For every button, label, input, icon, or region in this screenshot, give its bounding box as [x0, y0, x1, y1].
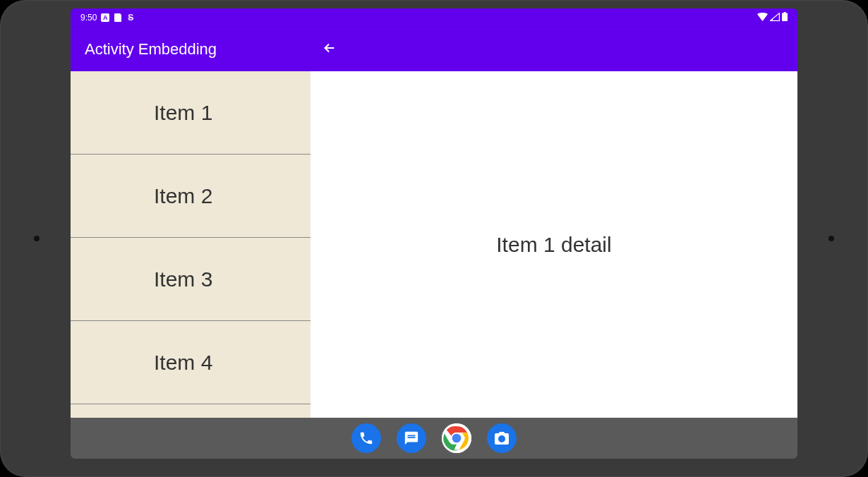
app-title: Activity Embedding — [71, 40, 311, 59]
camera-app-icon[interactable] — [487, 423, 517, 453]
list-pane[interactable]: Item 1 Item 2 Item 3 Item 4 — [71, 71, 311, 418]
list-item[interactable]: Item 4 — [71, 321, 311, 404]
status-bar: 9:50 A S — [71, 8, 797, 27]
strikethrough-icon: S — [126, 13, 135, 22]
list-item[interactable]: Item 1 — [71, 71, 311, 155]
svg-point-2 — [452, 434, 462, 443]
camera-dot-right — [828, 236, 834, 241]
signal-icon — [770, 13, 780, 23]
svg-point-3 — [500, 437, 504, 441]
nav-bar — [71, 418, 797, 459]
messages-app-icon[interactable] — [397, 423, 426, 453]
battery-icon — [782, 12, 788, 23]
status-time: 9:50 — [80, 13, 97, 23]
keyboard-indicator-icon: A — [101, 13, 109, 22]
app-bar: Activity Embedding — [71, 27, 797, 71]
list-item-label: Item 1 — [154, 101, 212, 125]
status-right — [757, 12, 788, 23]
list-item-label: Item 2 — [154, 184, 212, 208]
list-item-label: Item 4 — [154, 351, 212, 375]
camera-dot-left — [34, 236, 40, 241]
wifi-icon — [757, 13, 768, 23]
chrome-app-icon[interactable] — [442, 423, 471, 453]
back-button[interactable] — [311, 40, 337, 59]
phone-app-icon[interactable] — [351, 423, 381, 453]
tablet-frame: 9:50 A S Activity Emb — [0, 0, 868, 477]
card-icon — [114, 13, 122, 22]
content-area: Item 1 Item 2 Item 3 Item 4 Item 1 detai… — [71, 71, 797, 418]
screen: 9:50 A S Activity Emb — [71, 8, 797, 459]
status-left: 9:50 A S — [80, 13, 135, 23]
list-item[interactable]: Item 3 — [71, 238, 311, 321]
list-item-label: Item 3 — [154, 267, 212, 291]
list-item[interactable]: Item 2 — [71, 155, 311, 238]
detail-content: Item 1 detail — [496, 233, 611, 257]
detail-pane: Item 1 detail — [311, 71, 797, 418]
